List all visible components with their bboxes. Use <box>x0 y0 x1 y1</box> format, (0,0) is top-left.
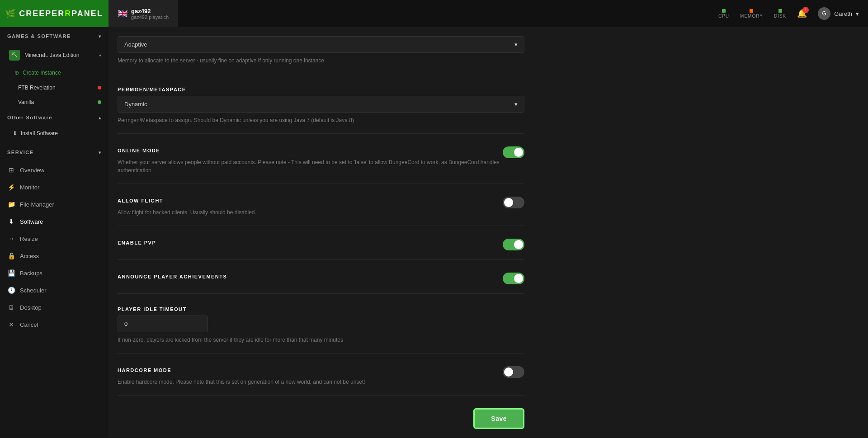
hardcore-desc: Enable hardcore mode. Please note that t… <box>118 378 524 386</box>
pvp-setting-group: ENABLE PVP <box>118 239 524 260</box>
sidebar-item-desktop[interactable]: 🖥 Desktop <box>0 299 108 316</box>
file-manager-icon: 📁 <box>7 201 15 208</box>
pvp-label: ENABLE PVP <box>118 240 156 245</box>
games-software-header[interactable]: GAMES & SOFTWARE ▾ <box>0 27 108 45</box>
hardcore-toggle-knob <box>504 367 513 377</box>
create-instance-item[interactable]: ⊕ Create Instance <box>0 65 108 80</box>
scheduler-icon: 🕐 <box>7 287 15 294</box>
idle-timeout-desc: If non-zero, players are kicked from the… <box>118 336 524 344</box>
minecraft-item[interactable]: ⛏ Minecraft: Java Edition ▾ <box>0 45 108 65</box>
memory-desc: Memory to allocate to the server - usual… <box>118 57 524 65</box>
save-button[interactable]: Save <box>473 408 524 429</box>
vanilla-item[interactable]: Vanilla <box>0 95 108 109</box>
memory-bar <box>750 9 753 13</box>
ftb-revelation-status-dot <box>98 86 101 89</box>
sidebar-item-scheduler[interactable]: 🕐 Scheduler <box>0 282 108 299</box>
overview-label: Overview <box>20 167 44 174</box>
install-software-icon: ⬇ <box>13 130 17 137</box>
service-chevron-icon: ▾ <box>99 150 102 155</box>
file-manager-label: File Manager <box>20 201 54 208</box>
server-name: gaz492 <box>131 8 169 14</box>
desktop-icon: 🖥 <box>7 304 15 311</box>
sidebar: GAMES & SOFTWARE ▾ ⛏ Minecraft: Java Edi… <box>0 27 108 438</box>
server-flag: 🇬🇧 <box>118 9 127 19</box>
notifications-button[interactable]: 🔔 1 <box>797 9 807 19</box>
achievements-toggle[interactable] <box>503 273 524 284</box>
user-name: Gareth <box>834 10 852 17</box>
install-software-item[interactable]: ⬇ Install Software <box>0 126 108 141</box>
topnav-right: CPU MEMORY DISK 🔔 1 G Gareth ▾ <box>718 7 868 20</box>
sidebar-item-backups[interactable]: 💾 Backups <box>0 264 108 282</box>
settings-panel: Adaptive ▾ Memory to allocate to the ser… <box>118 36 524 429</box>
pvp-toggle[interactable] <box>503 239 524 250</box>
sidebar-item-overview[interactable]: ⊞ Overview <box>0 161 108 179</box>
desktop-label: Desktop <box>20 304 42 311</box>
achievements-toggle-knob <box>514 274 523 283</box>
service-section: SERVICE ▾ ⊞ Overview ⚡ Monitor 📁 File Ma… <box>0 143 108 333</box>
cpu-stat: CPU <box>718 9 729 19</box>
vanilla-label: Vanilla <box>18 99 34 105</box>
hardcore-toggle[interactable] <box>503 366 524 378</box>
permgen-value: Dynamic <box>124 101 147 108</box>
idle-timeout-setting-group: PLAYER IDLE TIMEOUT If non-zero, players… <box>118 306 524 353</box>
ftb-revelation-label: FTB Revelation <box>18 85 56 91</box>
sidebar-item-access[interactable]: 🔒 Access <box>0 247 108 264</box>
server-tab[interactable]: 🇬🇧 gaz492 gaz492.playat.ch <box>108 0 178 27</box>
minecraft-chevron-icon: ▾ <box>99 53 101 58</box>
hardcore-setting-group: HARDCORE MODE Enable hardcore mode. Plea… <box>118 366 524 396</box>
memory-setting-group: Adaptive ▾ Memory to allocate to the ser… <box>118 36 524 74</box>
software-label: Software <box>20 218 43 225</box>
vanilla-status-dot <box>98 100 101 104</box>
top-navigation: 🌿 CREEPERRPANEL 🇬🇧 gaz492 gaz492.playat.… <box>0 0 868 27</box>
sidebar-item-monitor[interactable]: ⚡ Monitor <box>0 179 108 196</box>
backups-label: Backups <box>20 270 42 277</box>
other-software-chevron-icon: ▴ <box>99 115 102 120</box>
online-mode-toggle[interactable] <box>503 146 524 158</box>
pvp-row: ENABLE PVP <box>118 239 524 250</box>
scheduler-label: Scheduler <box>20 287 47 294</box>
hardcore-row: HARDCORE MODE <box>118 366 524 378</box>
service-header[interactable]: SERVICE ▾ <box>0 143 108 161</box>
online-mode-label: ONLINE MODE <box>118 148 160 153</box>
logo-area: 🌿 CREEPERRPANEL <box>0 0 108 27</box>
idle-timeout-input[interactable] <box>118 316 208 332</box>
permgen-label: PERMGEN/METASPACE <box>118 87 524 92</box>
permgen-desc: Permgen/Metaspace to assign. Should be D… <box>118 116 524 124</box>
achievements-label: ANNOUNCE PLAYER ACHIEVEMENTS <box>118 274 227 279</box>
software-icon: ⬇ <box>7 218 15 225</box>
resize-icon: ↔ <box>7 235 15 242</box>
achievements-setting-group: ANNOUNCE PLAYER ACHIEVEMENTS <box>118 273 524 294</box>
user-menu-button[interactable]: G Gareth ▾ <box>818 7 859 20</box>
ftb-revelation-item[interactable]: FTB Revelation <box>0 80 108 95</box>
notification-badge: 1 <box>802 7 809 13</box>
user-avatar: G <box>818 7 830 20</box>
adaptive-value: Adaptive <box>124 41 147 48</box>
other-software-header[interactable]: Other Software ▴ <box>0 109 108 126</box>
permgen-dropdown[interactable]: Dynamic ▾ <box>118 96 524 113</box>
other-software-label: Other Software <box>7 115 52 120</box>
logo: 🌿 CREEPERRPANEL <box>5 9 103 19</box>
logo-icon: 🌿 <box>5 9 16 19</box>
access-label: Access <box>20 253 39 259</box>
sidebar-item-file-manager[interactable]: 📁 File Manager <box>0 196 108 213</box>
create-instance-icon: ⊕ <box>14 70 19 76</box>
online-mode-setting-group: ONLINE MODE Whether your server allows p… <box>118 146 524 184</box>
create-instance-label: Create Instance <box>23 70 61 76</box>
backups-icon: 💾 <box>7 269 15 277</box>
online-mode-desc: Whether your server allows people withou… <box>118 158 524 174</box>
sidebar-item-cancel[interactable]: ✕ Cancel <box>0 316 108 333</box>
online-mode-row: ONLINE MODE <box>118 146 524 158</box>
adaptive-chevron-icon: ▾ <box>514 41 518 48</box>
disk-stat: DISK <box>774 9 786 19</box>
layout: GAMES & SOFTWARE ▾ ⛏ Minecraft: Java Edi… <box>0 27 868 438</box>
permgen-setting-group: PERMGEN/METASPACE Dynamic ▾ Permgen/Meta… <box>118 87 524 134</box>
adaptive-dropdown[interactable]: Adaptive ▾ <box>118 36 524 53</box>
minecraft-icon: ⛏ <box>9 50 20 61</box>
logo-text: CREEPERRPANEL <box>19 9 103 19</box>
sidebar-item-software[interactable]: ⬇ Software <box>0 213 108 230</box>
disk-label: DISK <box>774 14 786 19</box>
allow-flight-toggle[interactable] <box>503 197 524 208</box>
sidebar-item-resize[interactable]: ↔ Resize <box>0 230 108 247</box>
minecraft-label: Minecraft: Java Edition <box>24 52 94 58</box>
allow-flight-label: ALLOW FLIGHT <box>118 198 163 203</box>
